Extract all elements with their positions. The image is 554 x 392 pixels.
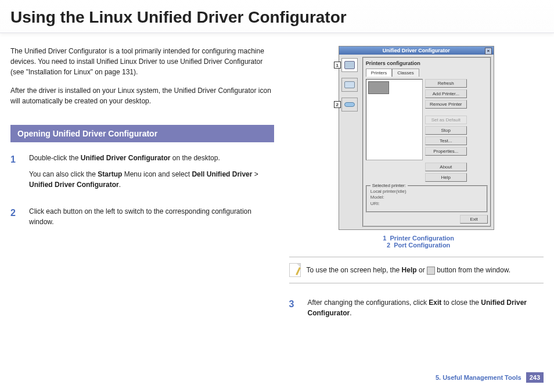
text: . [119, 181, 121, 189]
button-column: Refresh Add Printer... Remove Printer Se… [425, 79, 467, 182]
bold-text: Unified Driver Configurator [29, 181, 119, 189]
step-number: 2 [10, 206, 21, 233]
help-button[interactable]: Help [425, 173, 467, 182]
page-title: Using the Linux Unified Driver Configura… [0, 0, 554, 33]
page-number: 243 [526, 372, 544, 383]
printer-config-icon[interactable]: 1 [341, 58, 358, 72]
selected-title: Selected printer: [370, 183, 408, 188]
set-default-button: Set as Default [425, 116, 467, 124]
bold-text: Startup [98, 170, 122, 178]
selected-line: Local printer(idle) [370, 189, 483, 195]
window-titlebar: Unified Driver Configurator × [339, 46, 494, 55]
printer-icon [344, 61, 355, 69]
step-body: Click each button on the left to switch … [29, 206, 274, 233]
legend-row-2: 2Port Configuration [289, 242, 544, 249]
tab-printers[interactable]: Printers [366, 69, 393, 77]
selected-line: URI: [370, 201, 483, 207]
legend-text: Port Configuration [394, 242, 450, 249]
legend-row-1: 1Printer Configuration [289, 235, 544, 242]
exit-row: Exit [366, 215, 488, 224]
legend-text: Printer Configuration [390, 235, 454, 242]
window-title: Unified Driver Configurator [383, 48, 450, 53]
text: to close the [441, 299, 481, 307]
scanner-config-icon[interactable] [341, 78, 358, 92]
window-body: 1 2 Printers configuration [339, 55, 494, 229]
note-icon [289, 263, 301, 277]
step-3: 3 After changing the configurations, cli… [289, 297, 544, 324]
app-window: Unified Driver Configurator × 1 2 [339, 46, 494, 230]
step-2: 2 Click each button on the left to switc… [10, 206, 274, 233]
config-panel: Printers configuration Printers Classes … [362, 57, 491, 227]
text: After changing the configurations, click [308, 299, 429, 307]
chapter-label: 5. Useful Management Tools [436, 374, 521, 381]
text: Click each button on the left to switch … [29, 206, 274, 227]
close-icon[interactable]: × [485, 48, 492, 55]
intro: The Unified Driver Configurator is a too… [10, 46, 274, 106]
bold-text: Unified Driver Configurator [81, 154, 171, 162]
page-footer: 5. Useful Management Tools 243 [436, 372, 544, 383]
text: on the desktop. [170, 154, 220, 162]
remove-printer-button[interactable]: Remove Printer [425, 100, 467, 109]
step-number: 1 [10, 153, 21, 196]
legend-num: 1 [378, 235, 386, 242]
legend-num: 2 [382, 242, 390, 249]
help-icon [427, 267, 435, 275]
port-config-icon[interactable]: 2 [341, 98, 358, 112]
printer-list[interactable] [366, 79, 423, 160]
bold-text: Exit [429, 299, 441, 307]
tip-text: To use the on screen help, the Help or b… [307, 266, 511, 275]
right-column: Unified Driver Configurator × 1 2 [289, 46, 544, 335]
selected-line: Model: [370, 195, 483, 200]
refresh-button[interactable]: Refresh [425, 79, 467, 88]
text: Double-click the [29, 154, 81, 162]
panel-title: Printers configuration [366, 60, 488, 66]
text: Menu icon and select [122, 170, 192, 178]
screenshot-figure: Unified Driver Configurator × 1 2 [289, 46, 544, 230]
bold-text: Dell Unified Driver [192, 170, 252, 178]
scanner-icon [344, 81, 355, 88]
step-body: After changing the configurations, click… [308, 297, 544, 324]
intro-p1: The Unified Driver Configurator is a too… [10, 46, 274, 77]
text: You can also click the [29, 170, 98, 178]
text: > [252, 170, 258, 178]
step-number: 3 [289, 297, 300, 324]
list-item[interactable] [368, 81, 389, 94]
left-column: The Unified Driver Configurator is a too… [10, 46, 274, 335]
text: button from the window. [435, 266, 510, 274]
tip-box: To use the on screen help, the Help or b… [289, 257, 544, 283]
test-button[interactable]: Test... [425, 136, 467, 145]
selected-printer-box: Selected printer: Local printer(idle) Mo… [366, 185, 488, 213]
text: or [417, 266, 427, 274]
callout-2: 2 [334, 101, 341, 108]
text: . [350, 309, 351, 317]
icon-sidebar: 1 2 [339, 55, 360, 229]
step-body: Double-click the Unified Driver Configur… [29, 153, 274, 196]
about-button[interactable]: About [425, 163, 467, 171]
panel-main: Refresh Add Printer... Remove Printer Se… [366, 79, 488, 182]
stop-button[interactable]: Stop [425, 126, 467, 135]
text: To use the on screen help, the [307, 266, 402, 274]
properties-button[interactable]: Properties... [425, 147, 467, 156]
callout-1: 1 [334, 62, 341, 69]
bold-text: Help [402, 266, 417, 274]
intro-p2: After the driver is installed on your Li… [10, 85, 274, 106]
exit-button[interactable]: Exit [460, 215, 487, 224]
section-heading: Opening Unified Driver Configurator [10, 125, 274, 142]
add-printer-button[interactable]: Add Printer... [425, 89, 467, 98]
port-icon [344, 102, 355, 107]
tabs: Printers Classes [366, 69, 488, 77]
tab-classes[interactable]: Classes [392, 69, 419, 77]
content: The Unified Driver Configurator is a too… [0, 33, 554, 335]
step-1: 1 Double-click the Unified Driver Config… [10, 153, 274, 196]
figure-legend: 1Printer Configuration 2Port Configurati… [289, 235, 544, 249]
